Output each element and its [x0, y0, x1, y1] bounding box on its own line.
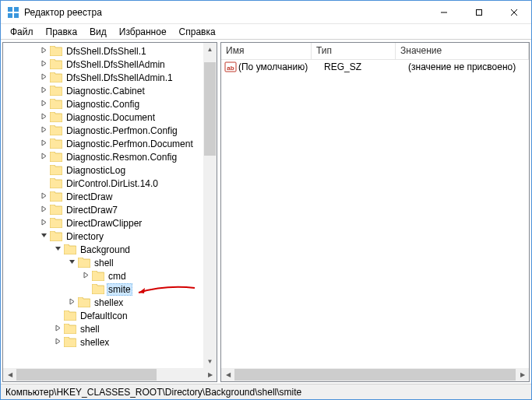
chevron-right-icon[interactable] — [37, 205, 50, 214]
tree-item[interactable]: DirectDraw — [3, 190, 217, 203]
scroll-track[interactable] — [16, 368, 203, 381]
svg-text:ab: ab — [227, 65, 234, 72]
tree-item[interactable]: Diagnostic.Cabinet — [3, 84, 217, 97]
value-row[interactable]: ab(По умолчанию)REG_SZ(значение не присв… — [221, 60, 529, 74]
chevron-right-icon[interactable] — [79, 272, 92, 280]
tree-item[interactable]: shellex — [3, 296, 217, 309]
tree-item[interactable]: Diagnostic.Perfmon.Config — [3, 124, 217, 137]
chevron-right-icon[interactable] — [37, 60, 50, 68]
tree-item-label: Diagnostic.Perfmon.Config — [65, 125, 179, 137]
minimize-button[interactable] — [426, 1, 461, 23]
chevron-down-icon[interactable] — [37, 232, 50, 240]
tree-item[interactable]: Directory — [3, 230, 217, 243]
tree-item-label: Diagnostic.Document — [65, 111, 157, 124]
tree-item[interactable]: Diagnostic.Resmon.Config — [3, 150, 217, 163]
chevron-right-icon[interactable] — [51, 325, 64, 333]
tree-vertical-scrollbar[interactable]: ▲ ▼ — [203, 43, 217, 368]
scroll-left-button[interactable]: ◀ — [221, 368, 234, 381]
scroll-thumb[interactable] — [204, 62, 216, 156]
folder-icon — [50, 152, 62, 162]
menu-edit[interactable]: Правка — [40, 25, 84, 39]
chevron-right-icon[interactable] — [37, 126, 50, 135]
tree-horizontal-scrollbar[interactable]: ◀ ▶ — [3, 368, 217, 381]
folder-icon — [64, 324, 76, 334]
maximize-icon — [475, 9, 483, 16]
chevron-right-icon[interactable] — [37, 47, 50, 55]
folder-icon — [78, 297, 90, 307]
tree-item[interactable]: Diagnostic.Perfmon.Document — [3, 137, 217, 150]
chevron-right-icon[interactable] — [51, 338, 64, 346]
folder-icon — [50, 72, 62, 82]
tree-item[interactable]: DefaultIcon — [3, 309, 217, 322]
scroll-thumb[interactable] — [234, 369, 516, 381]
maximize-button[interactable] — [461, 1, 496, 23]
tree-item-label: smite — [107, 283, 132, 296]
column-header-name[interactable]: Имя — [221, 43, 312, 59]
close-button[interactable] — [496, 1, 531, 23]
menu-view[interactable]: Вид — [83, 25, 113, 39]
chevron-right-icon[interactable] — [37, 139, 50, 148]
chevron-right-icon[interactable] — [37, 73, 50, 82]
tree-item-label: Diagnostic.Resmon.Config — [65, 151, 178, 163]
tree-item[interactable]: smite — [3, 282, 217, 296]
tree-item[interactable]: Background — [3, 243, 217, 256]
tree-pane: DfsShell.DfsShell.1DfsShell.DfsShellAdmi… — [2, 42, 217, 382]
tree-item[interactable]: Diagnostic.Config — [3, 97, 217, 111]
scroll-down-button[interactable]: ▼ — [203, 355, 217, 368]
titlebar: Редактор реестра — [1, 1, 531, 24]
tree-item[interactable]: DirectDrawClipper — [3, 216, 217, 230]
svg-rect-5 — [476, 9, 481, 15]
tree-item[interactable]: DfsShell.DfsShell.1 — [3, 44, 217, 58]
tree-item-label: DirectDrawClipper — [65, 217, 143, 230]
folder-icon — [50, 178, 62, 188]
chevron-right-icon[interactable] — [65, 298, 78, 307]
chevron-right-icon[interactable] — [37, 100, 50, 108]
scroll-up-button[interactable]: ▲ — [203, 43, 217, 56]
chevron-right-icon[interactable] — [37, 219, 50, 227]
menu-file[interactable]: Файл — [4, 25, 40, 39]
tree-item[interactable]: DiagnosticLog — [3, 163, 217, 177]
scroll-right-button[interactable]: ▶ — [203, 368, 217, 381]
tree-item[interactable]: DfsShell.DfsShellAdmin — [3, 58, 217, 71]
registry-tree[interactable]: DfsShell.DfsShell.1DfsShell.DfsShellAdmi… — [3, 43, 217, 368]
scroll-thumb[interactable] — [16, 369, 157, 381]
tree-item[interactable]: DirControl.DirList.14.0 — [3, 177, 217, 190]
scroll-right-button[interactable]: ▶ — [516, 368, 529, 381]
tree-item[interactable]: shellex — [3, 335, 217, 349]
string-value-icon: ab — [224, 61, 237, 73]
values-list[interactable]: ab(По умолчанию)REG_SZ(значение не присв… — [221, 60, 529, 368]
tree-item[interactable]: shell — [3, 256, 217, 269]
value-name: (По умолчанию) — [238, 61, 324, 72]
chevron-down-icon[interactable] — [65, 258, 78, 267]
chevron-right-icon[interactable] — [37, 86, 50, 95]
chevron-down-icon[interactable] — [51, 245, 64, 254]
tree-item[interactable]: shell — [3, 322, 217, 335]
folder-icon — [50, 165, 62, 175]
tree-item[interactable]: DfsShell.DfsShellAdmin.1 — [3, 71, 217, 84]
folder-icon — [50, 191, 62, 202]
svg-rect-3 — [14, 13, 19, 18]
app-icon — [7, 6, 19, 19]
column-header-type[interactable]: Тип — [312, 43, 396, 59]
status-path: Компьютер\HKEY_CLASSES_ROOT\Directory\Ba… — [5, 387, 301, 398]
content-area: DfsShell.DfsShell.1DfsShell.DfsShellAdmi… — [1, 40, 531, 384]
value-type: REG_SZ — [324, 61, 408, 72]
tree-item[interactable]: Diagnostic.Document — [3, 111, 217, 124]
chevron-right-icon[interactable] — [37, 113, 50, 121]
menu-help[interactable]: Справка — [173, 25, 222, 39]
tree-item[interactable]: DirectDraw7 — [3, 203, 217, 216]
menu-favorites[interactable]: Избранное — [113, 25, 173, 39]
folder-icon — [50, 205, 62, 215]
tree-item[interactable]: cmd — [3, 269, 217, 282]
values-horizontal-scrollbar[interactable]: ◀ ▶ — [221, 368, 529, 381]
scroll-track[interactable] — [234, 368, 516, 381]
window-controls — [426, 1, 531, 23]
svg-rect-0 — [8, 7, 12, 12]
scroll-track[interactable] — [203, 56, 217, 355]
column-header-value[interactable]: Значение — [396, 43, 529, 59]
scroll-left-button[interactable]: ◀ — [3, 368, 16, 381]
chevron-right-icon[interactable] — [37, 153, 50, 161]
folder-icon — [64, 244, 76, 254]
folder-icon — [64, 337, 76, 347]
chevron-right-icon[interactable] — [37, 192, 50, 201]
